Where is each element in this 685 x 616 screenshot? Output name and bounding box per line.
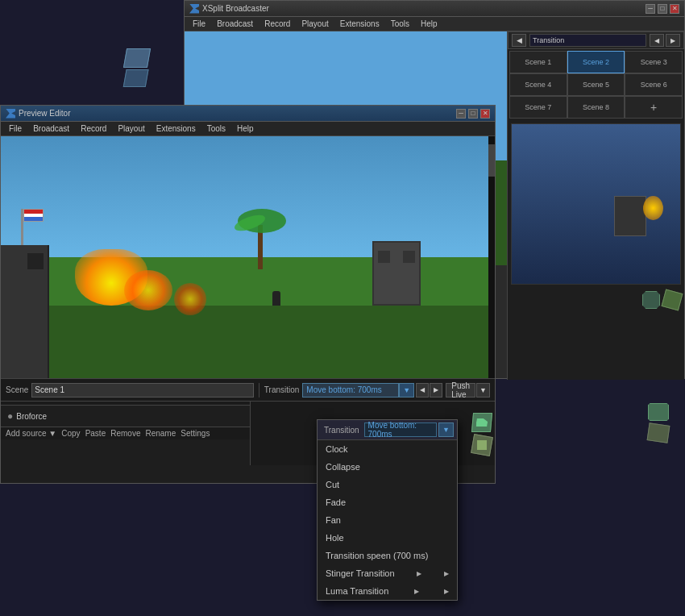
menu-extensions[interactable]: Extensions	[335, 18, 384, 30]
pe-menu-tools[interactable]: Tools	[202, 123, 230, 135]
push-live-btn[interactable]: Push Live	[446, 383, 475, 397]
remove-btn[interactable]: Remove	[110, 429, 140, 438]
dropdown-item-luma[interactable]: Luma Transition ▶	[318, 582, 457, 600]
transition-next-btn[interactable]: ▶	[430, 383, 442, 397]
preview-bottom-bar: Scene Transition Move bottom: 700ms ▼ ◀ …	[1, 378, 495, 401]
scene-8[interactable]: Scene 8	[567, 96, 625, 119]
stinger-submenu-arrow: ▶	[417, 570, 421, 577]
pe-menu-playout[interactable]: Playout	[113, 123, 149, 135]
source-item-broforce[interactable]: ● Broforce	[4, 409, 247, 423]
transition-dropdown-popup: Transition Move bottom: 700ms ▼ Clock Co…	[317, 419, 458, 601]
window-1	[378, 251, 390, 263]
dropdown-item-transition-speen[interactable]: Transition speen (700 ms)	[318, 547, 457, 564]
scene-2[interactable]: Scene 2	[567, 51, 625, 73]
preview-editor-title: Preview Editor	[6, 109, 70, 119]
prev-scene-button[interactable]: ◀	[650, 34, 664, 47]
building-right	[614, 196, 646, 236]
scene-section: Scene	[1, 383, 259, 397]
preview-editor-title-bar: Preview Editor ─ □ ✕	[1, 106, 495, 122]
push-live-group: Push Live ▼	[446, 383, 490, 397]
small-icons-area	[125, 48, 149, 85]
dropdown-item-hole[interactable]: Hole	[318, 529, 457, 547]
left-structure	[1, 245, 49, 378]
menu-file[interactable]: File	[188, 18, 210, 30]
dropdown-item-fade[interactable]: Fade	[318, 493, 457, 511]
paste-btn[interactable]: Paste	[85, 429, 106, 438]
dropdown-item-clock[interactable]: Clock	[318, 440, 457, 458]
rewind-button[interactable]: ◀	[512, 34, 526, 47]
transport-end: ◀ ▶	[650, 34, 680, 47]
sources-list: ● Broforce	[1, 406, 250, 427]
scrollbar-thumb[interactable]	[488, 144, 495, 177]
sources-panel: ● Broforce Add source ▼ Copy Paste Remov…	[1, 402, 251, 465]
scene-3[interactable]: Scene 3	[625, 51, 683, 73]
menu-broadcast[interactable]: Broadcast	[212, 18, 258, 30]
transition-prev-btn[interactable]: ◀	[416, 383, 429, 397]
scene-1[interactable]: Scene 1	[509, 51, 567, 73]
luma-submenu-arrow: ▶	[414, 588, 419, 595]
transition-input[interactable]	[529, 34, 646, 47]
inner-shape-1	[476, 418, 488, 427]
preview-scrollbar[interactable]	[488, 136, 495, 378]
dropdown-selected-value[interactable]: Move bottom: 700ms	[364, 422, 438, 437]
dropdown-transition-label: Transition	[321, 426, 363, 435]
br-icon-2	[647, 422, 670, 443]
structure-window	[27, 253, 44, 269]
character-large-1	[272, 291, 280, 306]
menu-playout[interactable]: Playout	[297, 18, 333, 30]
preview-minimize-btn[interactable]: ─	[456, 109, 466, 119]
large-palm-trunk	[258, 225, 263, 269]
bottom-right-icons	[648, 403, 669, 442]
preview-restore-btn[interactable]: □	[468, 109, 478, 119]
dropdown-item-collapse[interactable]: Collapse	[318, 458, 457, 476]
dropdown-item-fan[interactable]: Fan	[318, 511, 457, 529]
preview-close-btn[interactable]: ✕	[480, 109, 490, 119]
menu-record[interactable]: Record	[259, 18, 295, 30]
main-title: XSplit Broadcaster	[189, 4, 269, 14]
scenes-grid: Scene 1 Scene 2 Scene 3 Scene 4 Scene 5 …	[508, 49, 684, 120]
small-icon-2	[123, 69, 149, 87]
scene-7[interactable]: Scene 7	[509, 96, 567, 119]
minimize-button[interactable]: ─	[646, 4, 655, 14]
scene-5[interactable]: Scene 5	[567, 73, 625, 96]
transition-arrows: ◀ ▶	[416, 383, 442, 397]
scenes-row-2: Scene 4 Scene 5 Scene 6	[509, 73, 683, 96]
pe-menu-file[interactable]: File	[4, 123, 27, 135]
scenes-row-1: Scene 1 Scene 2 Scene 3	[509, 51, 683, 73]
settings-btn[interactable]: Settings	[181, 429, 210, 438]
close-button[interactable]: ✕	[670, 4, 679, 14]
pe-menu-help[interactable]: Help	[232, 123, 259, 135]
scene-name-input[interactable]	[31, 383, 253, 397]
transition-select-group: Move bottom: 700ms ▼ ◀ ▶	[302, 383, 442, 397]
right-icons	[472, 413, 492, 455]
explosion-right	[643, 196, 663, 220]
copy-btn[interactable]: Copy	[61, 429, 80, 438]
scene-4[interactable]: Scene 4	[509, 73, 567, 96]
big-explosion-2	[124, 270, 172, 310]
source-name-broforce: Broforce	[16, 412, 47, 421]
next-scene-button[interactable]: ▶	[666, 34, 680, 47]
preview-logo-icon	[6, 109, 15, 119]
transport-bar: ◀ ◀ ▶	[508, 31, 684, 49]
add-scene-button[interactable]: +	[625, 96, 683, 119]
add-source-btn[interactable]: Add source ▼	[6, 429, 56, 438]
rename-btn[interactable]: Rename	[145, 429, 176, 438]
scene-6[interactable]: Scene 6	[625, 73, 683, 96]
push-live-arrow-btn[interactable]: ▼	[476, 383, 490, 397]
pe-menu-extensions[interactable]: Extensions	[152, 123, 201, 135]
dropdown-arrow-btn[interactable]: ▼	[438, 422, 454, 437]
pe-menu-broadcast[interactable]: Broadcast	[28, 123, 74, 135]
right-game-preview	[512, 124, 680, 284]
restore-button[interactable]: □	[658, 4, 667, 14]
shape-icon-2	[662, 289, 683, 311]
pe-menu-record[interactable]: Record	[76, 123, 111, 135]
menu-help[interactable]: Help	[416, 18, 442, 30]
transition-value-display[interactable]: Move bottom: 700ms	[302, 383, 399, 397]
source-bullet-icon: ●	[7, 410, 13, 422]
menu-tools[interactable]: Tools	[386, 18, 414, 30]
dropdown-item-stinger[interactable]: Stinger Transition ▶	[318, 564, 457, 582]
xsplit-logo-icon	[189, 4, 199, 14]
window-controls: ─ □ ✕	[646, 4, 679, 14]
dropdown-item-cut[interactable]: Cut	[318, 476, 457, 493]
transition-dropdown-btn[interactable]: ▼	[399, 383, 414, 397]
